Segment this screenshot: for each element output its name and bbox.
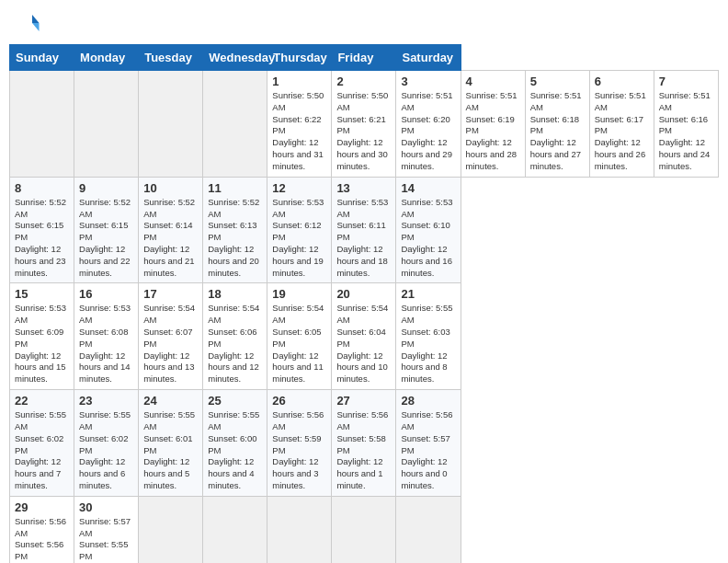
- calendar-day-cell: 15Sunrise: 5:53 AMSunset: 6:09 PMDayligh…: [10, 283, 74, 390]
- day-number: 24: [143, 394, 198, 408]
- day-number: 28: [401, 394, 455, 408]
- day-number: 14: [401, 181, 455, 195]
- calendar-day-cell: 9Sunrise: 5:52 AMSunset: 6:15 PMDaylight…: [74, 177, 139, 283]
- day-number: 13: [336, 181, 391, 195]
- calendar-day-cell: 5Sunrise: 5:51 AMSunset: 6:18 PMDaylight…: [525, 71, 589, 178]
- calendar-header-row: SundayMondayTuesdayWednesdayThursdayFrid…: [10, 45, 719, 71]
- day-number: 23: [79, 394, 133, 408]
- calendar-day-cell: [139, 71, 203, 178]
- calendar-day-cell: 27Sunrise: 5:56 AMSunset: 5:58 PMDayligh…: [332, 390, 396, 497]
- day-info: Sunrise: 5:53 AMSunset: 6:11 PMDaylight:…: [336, 197, 391, 280]
- day-info: Sunrise: 5:55 AMSunset: 6:03 PMDaylight:…: [401, 303, 455, 385]
- weekday-header-friday: Friday: [332, 45, 396, 71]
- calendar-day-cell: 14Sunrise: 5:53 AMSunset: 6:10 PMDayligh…: [396, 177, 461, 283]
- day-number: 29: [15, 500, 69, 514]
- day-number: 6: [595, 75, 649, 88]
- calendar-day-cell: 23Sunrise: 5:55 AMSunset: 6:02 PMDayligh…: [74, 390, 139, 497]
- calendar-day-cell: 22Sunrise: 5:55 AMSunset: 6:02 PMDayligh…: [10, 390, 74, 497]
- calendar-day-cell: 18Sunrise: 5:54 AMSunset: 6:06 PMDayligh…: [203, 283, 267, 390]
- calendar-week-row-2: 15Sunrise: 5:53 AMSunset: 6:09 PMDayligh…: [10, 283, 719, 390]
- day-info: Sunrise: 5:55 AMSunset: 6:01 PMDaylight:…: [143, 409, 198, 492]
- day-number: 9: [79, 181, 133, 195]
- day-number: 11: [208, 181, 262, 195]
- day-info: Sunrise: 5:53 AMSunset: 6:10 PMDaylight:…: [401, 197, 455, 280]
- day-info: Sunrise: 5:56 AMSunset: 5:57 PMDaylight:…: [401, 409, 455, 492]
- day-info: Sunrise: 5:55 AMSunset: 6:02 PMDaylight:…: [15, 409, 69, 492]
- day-number: 5: [530, 75, 585, 88]
- day-info: Sunrise: 5:50 AMSunset: 6:21 PMDaylight:…: [336, 90, 391, 173]
- calendar-day-cell: 7Sunrise: 5:51 AMSunset: 6:16 PMDaylight…: [654, 71, 718, 178]
- calendar-day-cell: [10, 71, 74, 178]
- calendar-day-cell: 24Sunrise: 5:55 AMSunset: 6:01 PMDayligh…: [139, 390, 203, 497]
- weekday-header-tuesday: Tuesday: [139, 45, 203, 71]
- day-number: 30: [79, 500, 133, 514]
- calendar-table: SundayMondayTuesdayWednesdayThursdayFrid…: [9, 44, 719, 563]
- weekday-header-thursday: Thursday: [267, 45, 332, 71]
- day-number: 1: [272, 75, 326, 88]
- calendar-day-cell: 3Sunrise: 5:51 AMSunset: 6:20 PMDaylight…: [396, 71, 461, 178]
- day-info: Sunrise: 5:54 AMSunset: 6:07 PMDaylight:…: [143, 303, 198, 385]
- calendar-week-row-3: 22Sunrise: 5:55 AMSunset: 6:02 PMDayligh…: [10, 390, 719, 497]
- day-info: Sunrise: 5:50 AMSunset: 6:22 PMDaylight:…: [272, 90, 326, 173]
- day-info: Sunrise: 5:55 AMSunset: 6:02 PMDaylight:…: [79, 409, 133, 492]
- day-info: Sunrise: 5:56 AMSunset: 5:56 PMDaylight:…: [15, 516, 69, 563]
- day-info: Sunrise: 5:52 AMSunset: 6:15 PMDaylight:…: [15, 197, 69, 280]
- day-info: Sunrise: 5:52 AMSunset: 6:15 PMDaylight:…: [79, 197, 133, 280]
- calendar-day-cell: 2Sunrise: 5:50 AMSunset: 6:21 PMDaylight…: [332, 71, 396, 178]
- page-header: [9, 9, 719, 37]
- day-info: Sunrise: 5:51 AMSunset: 6:19 PMDaylight:…: [466, 90, 520, 173]
- day-info: Sunrise: 5:54 AMSunset: 6:06 PMDaylight:…: [208, 303, 262, 385]
- calendar-day-cell: 26Sunrise: 5:56 AMSunset: 5:59 PMDayligh…: [267, 390, 332, 497]
- day-info: Sunrise: 5:53 AMSunset: 6:12 PMDaylight:…: [272, 197, 326, 280]
- day-number: 21: [401, 287, 455, 301]
- day-info: Sunrise: 5:52 AMSunset: 6:14 PMDaylight:…: [143, 197, 198, 280]
- calendar-day-cell: [396, 496, 461, 563]
- calendar-day-cell: 25Sunrise: 5:55 AMSunset: 6:00 PMDayligh…: [203, 390, 267, 497]
- day-number: 8: [15, 181, 69, 195]
- day-info: Sunrise: 5:54 AMSunset: 6:05 PMDaylight:…: [272, 303, 326, 385]
- svg-marker-0: [32, 15, 40, 23]
- day-info: Sunrise: 5:56 AMSunset: 5:58 PMDaylight:…: [336, 409, 391, 492]
- day-info: Sunrise: 5:53 AMSunset: 6:08 PMDaylight:…: [79, 303, 133, 385]
- calendar-day-cell: [332, 496, 396, 563]
- day-info: Sunrise: 5:54 AMSunset: 6:04 PMDaylight:…: [336, 303, 391, 385]
- day-info: Sunrise: 5:51 AMSunset: 6:18 PMDaylight:…: [530, 90, 585, 173]
- calendar-day-cell: 12Sunrise: 5:53 AMSunset: 6:12 PMDayligh…: [267, 177, 332, 283]
- day-info: Sunrise: 5:51 AMSunset: 6:17 PMDaylight:…: [595, 90, 649, 173]
- day-number: 26: [272, 394, 326, 408]
- day-number: 18: [208, 287, 262, 301]
- logo-icon: [13, 9, 40, 37]
- calendar-day-cell: 30Sunrise: 5:57 AMSunset: 5:55 PMDayligh…: [74, 496, 139, 563]
- weekday-header-monday: Monday: [74, 45, 139, 71]
- day-number: 15: [15, 287, 69, 301]
- weekday-header-wednesday: Wednesday: [203, 45, 267, 71]
- day-number: 2: [336, 75, 391, 88]
- day-info: Sunrise: 5:55 AMSunset: 6:00 PMDaylight:…: [208, 409, 262, 492]
- calendar-day-cell: [203, 496, 267, 563]
- day-info: Sunrise: 5:56 AMSunset: 5:59 PMDaylight:…: [272, 409, 326, 492]
- svg-marker-1: [32, 23, 40, 31]
- day-number: 17: [143, 287, 198, 301]
- calendar-day-cell: 21Sunrise: 5:55 AMSunset: 6:03 PMDayligh…: [396, 283, 461, 390]
- calendar-day-cell: 28Sunrise: 5:56 AMSunset: 5:57 PMDayligh…: [396, 390, 461, 497]
- day-number: 3: [401, 75, 455, 88]
- calendar-day-cell: 16Sunrise: 5:53 AMSunset: 6:08 PMDayligh…: [74, 283, 139, 390]
- calendar-week-row-1: 8Sunrise: 5:52 AMSunset: 6:15 PMDaylight…: [10, 177, 719, 283]
- calendar-day-cell: 19Sunrise: 5:54 AMSunset: 6:05 PMDayligh…: [267, 283, 332, 390]
- calendar-day-cell: [267, 496, 332, 563]
- calendar-day-cell: 8Sunrise: 5:52 AMSunset: 6:15 PMDaylight…: [10, 177, 74, 283]
- day-number: 27: [336, 394, 391, 408]
- calendar-day-cell: 10Sunrise: 5:52 AMSunset: 6:14 PMDayligh…: [139, 177, 203, 283]
- calendar-day-cell: [74, 71, 139, 178]
- day-info: Sunrise: 5:51 AMSunset: 6:20 PMDaylight:…: [401, 90, 455, 173]
- weekday-header-sunday: Sunday: [10, 45, 74, 71]
- day-number: 7: [659, 75, 713, 88]
- calendar-day-cell: 1Sunrise: 5:50 AMSunset: 6:22 PMDaylight…: [267, 71, 332, 178]
- calendar-day-cell: 6Sunrise: 5:51 AMSunset: 6:17 PMDaylight…: [589, 71, 654, 178]
- calendar-day-cell: [139, 496, 203, 563]
- day-number: 20: [336, 287, 391, 301]
- calendar-day-cell: 29Sunrise: 5:56 AMSunset: 5:56 PMDayligh…: [10, 496, 74, 563]
- day-info: Sunrise: 5:57 AMSunset: 5:55 PMDaylight:…: [79, 516, 133, 563]
- day-number: 19: [272, 287, 326, 301]
- weekday-header-saturday: Saturday: [396, 45, 461, 71]
